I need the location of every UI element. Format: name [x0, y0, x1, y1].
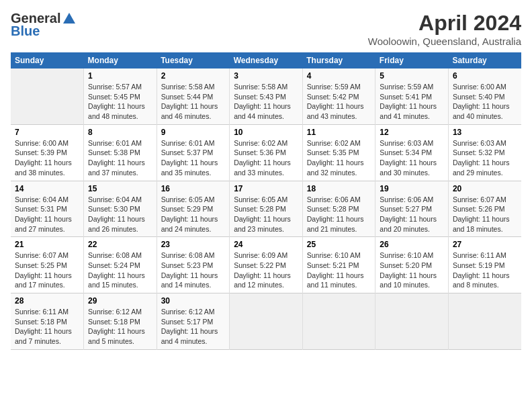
calendar-cell	[302, 293, 375, 350]
calendar-cell: 16 Sunrise: 6:05 AM Sunset: 5:29 PM Dayl…	[157, 181, 230, 237]
day-info: Sunrise: 6:07 AM Sunset: 5:26 PM Dayligh…	[453, 195, 517, 234]
day-info: Sunrise: 6:11 AM Sunset: 5:19 PM Dayligh…	[453, 250, 517, 290]
day-info: Sunrise: 6:00 AM Sunset: 5:39 PM Dayligh…	[15, 138, 79, 178]
day-info: Sunrise: 6:10 AM Sunset: 5:20 PM Dayligh…	[380, 250, 444, 290]
calendar-cell: 30 Sunrise: 6:12 AM Sunset: 5:17 PM Dayl…	[157, 293, 230, 350]
weekday-header-row: SundayMondayTuesdayWednesdayThursdayFrid…	[11, 52, 521, 68]
day-number: 24	[234, 240, 298, 249]
day-number: 29	[88, 296, 152, 306]
day-info: Sunrise: 6:02 AM Sunset: 5:36 PM Dayligh…	[234, 138, 298, 178]
location-title: Wooloowin, Queensland, Australia	[368, 36, 521, 47]
calendar-cell	[375, 293, 449, 350]
logo-blue: Blue	[11, 24, 40, 39]
calendar-cell: 27 Sunrise: 6:11 AM Sunset: 5:19 PM Dayl…	[448, 237, 521, 293]
weekday-header-tuesday: Tuesday	[157, 52, 230, 68]
calendar-cell: 24 Sunrise: 6:09 AM Sunset: 5:22 PM Dayl…	[230, 237, 303, 293]
day-number: 16	[161, 184, 226, 193]
day-info: Sunrise: 6:01 AM Sunset: 5:38 PM Dayligh…	[88, 138, 152, 178]
day-number: 5	[380, 71, 444, 81]
weekday-header-wednesday: Wednesday	[230, 52, 303, 68]
calendar-cell: 8 Sunrise: 6:01 AM Sunset: 5:38 PM Dayli…	[84, 124, 157, 181]
day-info: Sunrise: 6:10 AM Sunset: 5:21 PM Dayligh…	[307, 250, 371, 290]
calendar-cell: 5 Sunrise: 5:59 AM Sunset: 5:41 PM Dayli…	[375, 68, 449, 124]
calendar-cell: 12 Sunrise: 6:03 AM Sunset: 5:34 PM Dayl…	[375, 124, 449, 181]
weekday-header-sunday: Sunday	[11, 52, 84, 68]
calendar-cell: 26 Sunrise: 6:10 AM Sunset: 5:20 PM Dayl…	[375, 237, 449, 293]
day-number: 18	[307, 184, 371, 193]
calendar-cell: 22 Sunrise: 6:08 AM Sunset: 5:24 PM Dayl…	[84, 237, 157, 293]
page-header: General Blue April 2024 Wooloowin, Queen…	[11, 11, 521, 47]
calendar-week-5: 28 Sunrise: 6:11 AM Sunset: 5:18 PM Dayl…	[11, 293, 521, 350]
svg-marker-0	[63, 13, 75, 24]
weekday-header-thursday: Thursday	[302, 52, 375, 68]
day-number: 10	[234, 128, 298, 137]
calendar-cell: 15 Sunrise: 6:04 AM Sunset: 5:30 PM Dayl…	[84, 181, 157, 237]
day-number: 14	[15, 184, 79, 193]
day-info: Sunrise: 6:03 AM Sunset: 5:32 PM Dayligh…	[453, 138, 517, 178]
calendar-cell: 10 Sunrise: 6:02 AM Sunset: 5:36 PM Dayl…	[230, 124, 303, 181]
calendar-cell: 19 Sunrise: 6:06 AM Sunset: 5:27 PM Dayl…	[375, 181, 449, 237]
weekday-header-monday: Monday	[84, 52, 157, 68]
calendar-week-3: 14 Sunrise: 6:04 AM Sunset: 5:31 PM Dayl…	[11, 181, 521, 237]
calendar-cell: 7 Sunrise: 6:00 AM Sunset: 5:39 PM Dayli…	[11, 124, 84, 181]
day-info: Sunrise: 6:06 AM Sunset: 5:27 PM Dayligh…	[380, 195, 444, 234]
day-number: 9	[161, 128, 226, 137]
calendar-week-4: 21 Sunrise: 6:07 AM Sunset: 5:25 PM Dayl…	[11, 237, 521, 293]
day-number: 4	[307, 71, 371, 81]
weekday-header-friday: Friday	[375, 52, 449, 68]
day-info: Sunrise: 6:05 AM Sunset: 5:28 PM Dayligh…	[234, 195, 298, 234]
day-number: 28	[15, 296, 79, 306]
calendar-table: SundayMondayTuesdayWednesdayThursdayFrid…	[11, 52, 521, 350]
calendar-cell: 29 Sunrise: 6:12 AM Sunset: 5:18 PM Dayl…	[84, 293, 157, 350]
day-info: Sunrise: 5:59 AM Sunset: 5:41 PM Dayligh…	[380, 82, 444, 122]
day-info: Sunrise: 6:09 AM Sunset: 5:22 PM Dayligh…	[234, 250, 298, 290]
day-number: 6	[453, 71, 517, 81]
logo: General Blue	[11, 11, 77, 39]
day-info: Sunrise: 6:03 AM Sunset: 5:34 PM Dayligh…	[380, 138, 444, 178]
day-number: 13	[453, 128, 517, 137]
day-info: Sunrise: 6:12 AM Sunset: 5:17 PM Dayligh…	[161, 307, 226, 347]
calendar-cell: 3 Sunrise: 5:58 AM Sunset: 5:43 PM Dayli…	[230, 68, 303, 124]
day-info: Sunrise: 6:06 AM Sunset: 5:28 PM Dayligh…	[307, 195, 371, 234]
calendar-cell: 13 Sunrise: 6:03 AM Sunset: 5:32 PM Dayl…	[448, 124, 521, 181]
day-number: 15	[88, 184, 152, 193]
day-number: 26	[380, 240, 444, 249]
day-info: Sunrise: 5:58 AM Sunset: 5:43 PM Dayligh…	[234, 82, 298, 122]
day-number: 19	[380, 184, 444, 193]
day-info: Sunrise: 6:02 AM Sunset: 5:35 PM Dayligh…	[307, 138, 371, 178]
day-number: 12	[380, 128, 444, 137]
day-info: Sunrise: 6:01 AM Sunset: 5:37 PM Dayligh…	[161, 138, 226, 178]
calendar-cell: 1 Sunrise: 5:57 AM Sunset: 5:45 PM Dayli…	[84, 68, 157, 124]
day-info: Sunrise: 5:57 AM Sunset: 5:45 PM Dayligh…	[88, 82, 152, 122]
calendar-cell: 6 Sunrise: 6:00 AM Sunset: 5:40 PM Dayli…	[448, 68, 521, 124]
calendar-cell: 21 Sunrise: 6:07 AM Sunset: 5:25 PM Dayl…	[11, 237, 84, 293]
day-number: 11	[307, 128, 371, 137]
calendar-cell: 20 Sunrise: 6:07 AM Sunset: 5:26 PM Dayl…	[448, 181, 521, 237]
day-number: 17	[234, 184, 298, 193]
calendar-cell: 17 Sunrise: 6:05 AM Sunset: 5:28 PM Dayl…	[230, 181, 303, 237]
day-info: Sunrise: 5:59 AM Sunset: 5:42 PM Dayligh…	[307, 82, 371, 122]
day-number: 30	[161, 296, 226, 306]
logo-icon	[62, 11, 77, 26]
calendar-week-1: 1 Sunrise: 5:57 AM Sunset: 5:45 PM Dayli…	[11, 68, 521, 124]
calendar-cell: 23 Sunrise: 6:08 AM Sunset: 5:23 PM Dayl…	[157, 237, 230, 293]
day-info: Sunrise: 6:04 AM Sunset: 5:30 PM Dayligh…	[88, 195, 152, 234]
day-info: Sunrise: 6:12 AM Sunset: 5:18 PM Dayligh…	[88, 307, 152, 347]
day-info: Sunrise: 6:08 AM Sunset: 5:23 PM Dayligh…	[161, 250, 226, 290]
day-number: 22	[88, 240, 152, 249]
day-info: Sunrise: 6:05 AM Sunset: 5:29 PM Dayligh…	[161, 195, 226, 234]
day-number: 27	[453, 240, 517, 249]
weekday-header-saturday: Saturday	[448, 52, 521, 68]
day-info: Sunrise: 6:08 AM Sunset: 5:24 PM Dayligh…	[88, 250, 152, 290]
day-number: 21	[15, 240, 79, 249]
calendar-cell	[11, 68, 84, 124]
day-number: 2	[161, 71, 226, 81]
calendar-cell: 2 Sunrise: 5:58 AM Sunset: 5:44 PM Dayli…	[157, 68, 230, 124]
day-number: 23	[161, 240, 226, 249]
calendar-cell: 14 Sunrise: 6:04 AM Sunset: 5:31 PM Dayl…	[11, 181, 84, 237]
day-number: 25	[307, 240, 371, 249]
calendar-cell: 25 Sunrise: 6:10 AM Sunset: 5:21 PM Dayl…	[302, 237, 375, 293]
calendar-cell	[230, 293, 303, 350]
calendar-week-2: 7 Sunrise: 6:00 AM Sunset: 5:39 PM Dayli…	[11, 124, 521, 181]
day-number: 1	[88, 71, 152, 81]
